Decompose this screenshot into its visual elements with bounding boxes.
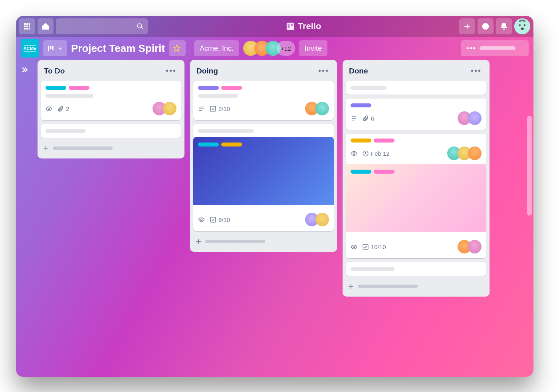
svg-rect-24 <box>50 46 52 49</box>
card-members <box>305 102 329 115</box>
divider <box>190 43 190 53</box>
svg-rect-31 <box>210 106 216 111</box>
user-avatar[interactable] <box>514 18 530 34</box>
card[interactable] <box>193 124 334 138</box>
card-members <box>458 240 482 253</box>
svg-rect-5 <box>29 26 30 27</box>
label-pink[interactable] <box>374 170 394 174</box>
card-title-placeholder <box>351 86 387 90</box>
card-cover <box>193 137 334 205</box>
svg-rect-40 <box>363 244 368 249</box>
checklist-icon <box>210 105 216 112</box>
member-avatar[interactable] <box>163 102 176 115</box>
list-menu-button[interactable]: ••• <box>164 65 178 76</box>
member-avatar[interactable] <box>315 102 329 115</box>
app-window: Trello ACME Project Team Spirit Acme, In… <box>16 16 533 377</box>
svg-point-27 <box>48 108 50 109</box>
search-input[interactable] <box>56 18 148 34</box>
card[interactable]: 2 <box>41 81 181 120</box>
svg-point-22 <box>521 28 524 30</box>
board-menu-button[interactable]: ••• <box>461 40 529 56</box>
list-menu-button[interactable]: ••• <box>317 65 331 76</box>
team-name-chip[interactable]: Acme, Inc. <box>194 40 239 56</box>
label-purple[interactable] <box>198 86 219 90</box>
add-card-button[interactable]: + <box>193 235 334 248</box>
description-icon <box>351 115 357 122</box>
card[interactable] <box>41 124 181 138</box>
label-yellow[interactable] <box>221 143 242 147</box>
card-footer: 10/10 <box>351 240 482 253</box>
star-button[interactable] <box>169 40 186 56</box>
svg-rect-0 <box>24 24 26 25</box>
notifications-button[interactable] <box>496 18 512 34</box>
home-button[interactable] <box>38 18 54 34</box>
list-title[interactable]: Doing <box>196 67 218 75</box>
card[interactable]: 2/10 <box>193 81 334 120</box>
label-pink[interactable] <box>374 139 394 143</box>
add-card-button[interactable]: + <box>41 142 181 154</box>
description-badge <box>198 105 205 112</box>
card[interactable] <box>346 262 486 276</box>
board-switcher[interactable] <box>43 40 67 56</box>
invite-button[interactable]: Invite <box>299 40 327 56</box>
card-labels <box>46 86 176 90</box>
label-pink[interactable] <box>69 86 89 90</box>
list-title[interactable]: Done <box>349 67 368 75</box>
plus-icon <box>463 22 471 30</box>
list-done: Done ••• 6 <box>343 60 490 297</box>
label-pink[interactable] <box>221 86 242 90</box>
member-avatar[interactable] <box>468 240 482 253</box>
info-button[interactable] <box>478 18 494 34</box>
card-members <box>305 213 329 226</box>
label-cyan[interactable] <box>198 143 219 147</box>
home-icon <box>42 22 50 30</box>
plus-icon: + <box>196 237 201 246</box>
svg-marker-26 <box>174 45 180 51</box>
list-menu-button[interactable]: ••• <box>469 65 483 76</box>
board-canvas[interactable]: To Do ••• 2 <box>34 60 533 377</box>
expand-sidebar-button[interactable] <box>19 64 31 76</box>
card-labels <box>351 139 482 143</box>
svg-point-39 <box>353 246 355 247</box>
board-title[interactable]: Project Team Spirit <box>71 42 165 55</box>
list-title[interactable]: To Do <box>44 67 65 75</box>
list-doing: Doing ••• 2/10 <box>190 60 337 252</box>
board-main: To Do ••• 2 <box>16 60 533 377</box>
placeholder <box>480 46 515 50</box>
scrollbar-thumb[interactable] <box>527 116 532 216</box>
member-avatar[interactable] <box>468 147 482 160</box>
workspace-logo[interactable]: ACME <box>21 39 39 57</box>
label-yellow[interactable] <box>351 139 371 143</box>
description-icon <box>198 105 205 112</box>
board-members[interactable]: +12 <box>243 41 295 56</box>
card[interactable]: 6/10 <box>193 142 334 231</box>
card-footer: 6 <box>351 111 482 125</box>
svg-rect-3 <box>24 26 26 27</box>
card-footer: 6/10 <box>198 213 329 226</box>
checklist-icon <box>210 216 216 223</box>
card[interactable] <box>346 81 486 95</box>
member-avatar[interactable] <box>468 111 482 125</box>
svg-rect-12 <box>287 24 289 28</box>
placeholder <box>53 147 113 150</box>
member-avatar[interactable] <box>315 213 329 226</box>
card[interactable]: Feb 12 <box>346 134 486 165</box>
chevron-down-icon <box>57 46 63 51</box>
card[interactable]: 6 <box>346 99 486 130</box>
board-scrollbar[interactable] <box>525 116 532 369</box>
label-purple[interactable] <box>351 103 371 107</box>
create-button[interactable] <box>459 18 475 34</box>
card-title-placeholder <box>198 129 254 133</box>
apps-button[interactable] <box>19 18 35 34</box>
add-card-button[interactable]: + <box>346 280 486 293</box>
card[interactable]: 10/10 <box>346 169 486 258</box>
watch-badge <box>351 150 357 157</box>
label-cyan[interactable] <box>351 170 371 174</box>
checklist-icon <box>362 244 369 250</box>
app-brand: Trello <box>150 21 457 32</box>
due-date-badge: Feb 12 <box>362 150 390 157</box>
member-overflow-count[interactable]: +12 <box>277 41 295 56</box>
bell-icon <box>500 22 508 30</box>
svg-point-32 <box>200 219 202 220</box>
label-cyan[interactable] <box>46 86 66 90</box>
